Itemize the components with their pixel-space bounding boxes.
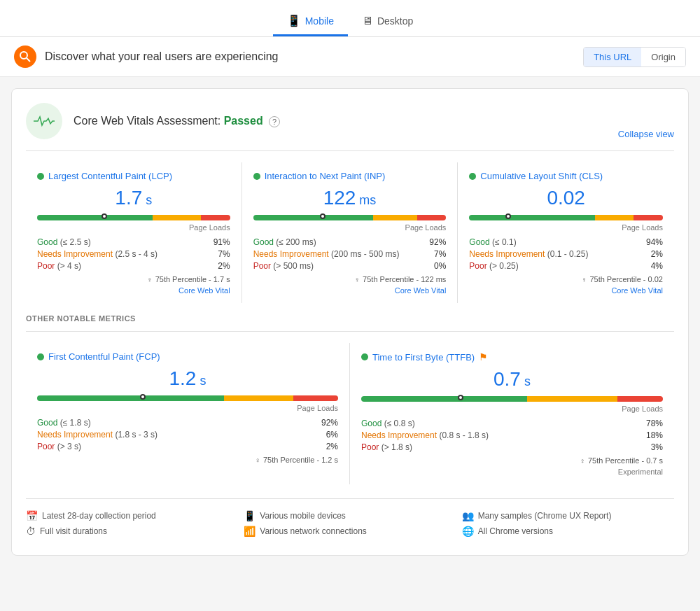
footer-icon-0-0: 📅 bbox=[26, 510, 38, 521]
notable-section-label: OTHER NOTABLE METRICS bbox=[26, 314, 674, 323]
footer-col-1: 📱 Various mobile devices 📶 Various netwo… bbox=[244, 510, 456, 541]
row-label: Poor bbox=[37, 261, 55, 271]
metric-card-cls: Cumulative Layout Shift (CLS) 0.02 Page … bbox=[458, 162, 674, 303]
metric-row: Poor (> 4 s) 2% bbox=[37, 261, 230, 271]
percentile-value-ttfb: 75th Percentile - 0.7 s bbox=[588, 456, 663, 465]
percentile-row-lcp: ♀ 75th Percentile - 1.7 s bbox=[37, 275, 230, 283]
page-loads-label-lcp: Page Loads bbox=[37, 223, 230, 232]
bar-track bbox=[469, 215, 663, 220]
page-loads-label-ttfb: Page Loads bbox=[361, 405, 663, 413]
metric-card-inp: Interaction to Next Paint (INP) 122 ms P… bbox=[242, 162, 458, 303]
metric-num-lcp: 1.7 bbox=[115, 187, 142, 209]
core-vitals-grid: Largest Contentful Paint (LCP) 1.7 s Pag… bbox=[26, 150, 674, 303]
row-range: (≤ 1.8 s) bbox=[60, 418, 91, 428]
bar-good bbox=[253, 215, 373, 220]
metric-unit-ttfb: s bbox=[521, 374, 531, 388]
bar-needs bbox=[153, 215, 201, 220]
tab-desktop-label: Desktop bbox=[377, 15, 413, 27]
row-range: (0.8 s - 1.8 s) bbox=[439, 430, 489, 440]
bar-marker bbox=[140, 394, 146, 400]
row-label: Good bbox=[361, 419, 382, 428]
bar-poor bbox=[634, 215, 663, 220]
bar-needs bbox=[373, 215, 417, 220]
metric-unit-fcp: s bbox=[196, 374, 206, 388]
tab-mobile-label: Mobile bbox=[305, 15, 334, 27]
footer-icon-1-1: 📶 bbox=[244, 526, 255, 537]
row-label: Poor bbox=[469, 261, 486, 271]
metric-card-ttfb: Time to First Byte (TTFB) ⚑ 0.7 s Page L… bbox=[350, 343, 674, 484]
footer-row: 📅 Latest 28-day collection period ⏱ Full… bbox=[26, 498, 674, 541]
row-label: Good bbox=[37, 237, 57, 247]
bar-good bbox=[37, 395, 224, 401]
percentile-icon-fcp: ♀ bbox=[255, 456, 260, 464]
metric-row: Good (≤ 0.8 s) 78% bbox=[361, 419, 663, 428]
metric-row: Poor (> 500 ms) 0% bbox=[253, 261, 447, 271]
bar-poor bbox=[617, 396, 663, 402]
metric-title-inp[interactable]: Interaction to Next Paint (INP) bbox=[253, 171, 447, 181]
metric-dot-lcp bbox=[37, 173, 44, 180]
marker-dot bbox=[320, 213, 326, 219]
metric-row: Good (≤ 2.5 s) 91% bbox=[37, 237, 230, 247]
metric-title-cls[interactable]: Cumulative Layout Shift (CLS) bbox=[469, 171, 663, 181]
row-pct: 4% bbox=[651, 261, 663, 271]
marker-dot bbox=[140, 394, 146, 400]
row-label: Needs Improvement bbox=[361, 430, 437, 440]
tab-desktop[interactable]: 🖥 Desktop bbox=[348, 7, 427, 36]
metric-rows-fcp: Good (≤ 1.8 s) 92% Needs Improvement (1.… bbox=[37, 418, 338, 451]
metric-value-ttfb: 0.7 s bbox=[361, 368, 663, 391]
row-label: Needs Improvement bbox=[37, 430, 113, 440]
row-pct: 0% bbox=[434, 261, 446, 271]
metric-row: Needs Improvement (0.8 s - 1.8 s) 18% bbox=[361, 430, 663, 440]
origin-button[interactable]: Origin bbox=[641, 48, 685, 66]
metric-title-fcp[interactable]: First Contentful Paint (FCP) bbox=[37, 351, 338, 362]
marker-dot bbox=[102, 213, 107, 219]
this-url-button[interactable]: This URL bbox=[584, 48, 641, 66]
metric-unit-inp: ms bbox=[356, 193, 376, 207]
core-web-vital-link[interactable]: Core Web Vital bbox=[253, 286, 447, 295]
tab-mobile[interactable]: 📱 Mobile bbox=[273, 7, 348, 36]
row-pct: 18% bbox=[646, 430, 663, 440]
assessment-help-icon[interactable]: ? bbox=[269, 116, 280, 127]
percentile-value-fcp: 75th Percentile - 1.2 s bbox=[263, 456, 338, 464]
metric-title-ttfb[interactable]: Time to First Byte (TTFB) ⚑ bbox=[361, 351, 663, 363]
row-pct: 7% bbox=[434, 249, 446, 259]
metric-dot-cls bbox=[469, 173, 476, 180]
percentile-row-cls: ♀ 75th Percentile - 0.02 bbox=[469, 275, 663, 283]
footer-item-1-1: 📶 Various network connections bbox=[244, 526, 456, 537]
percentile-icon-inp: ♀ bbox=[355, 276, 360, 283]
row-range: (> 4 s) bbox=[57, 261, 81, 271]
main-card: Core Web Vitals Assessment: Passed ? Col… bbox=[11, 88, 689, 556]
row-range: (1.8 s - 3 s) bbox=[115, 430, 158, 440]
metric-title-lcp[interactable]: Largest Contentful Paint (LCP) bbox=[37, 171, 230, 181]
bar-poor bbox=[417, 215, 446, 220]
core-web-vital-link[interactable]: Core Web Vital bbox=[469, 286, 663, 295]
footer-item-2-1: 🌐 All Chrome versions bbox=[462, 526, 674, 537]
metric-label-cls: Cumulative Layout Shift (CLS) bbox=[480, 171, 603, 181]
metric-row: Poor (> 1.8 s) 3% bbox=[361, 442, 663, 452]
metric-row: Poor (> 0.25) 4% bbox=[469, 261, 663, 271]
bar-needs bbox=[527, 396, 617, 402]
bar-container bbox=[37, 395, 338, 401]
metric-row: Needs Improvement (0.1 - 0.25) 2% bbox=[469, 249, 663, 259]
bar-poor bbox=[201, 215, 230, 220]
notable-metrics-grid: First Contentful Paint (FCP) 1.2 s Page … bbox=[26, 331, 674, 484]
header-title: Discover what your real users are experi… bbox=[45, 50, 575, 63]
metric-rows-lcp: Good (≤ 2.5 s) 91% Needs Improvement (2.… bbox=[37, 237, 230, 271]
metric-label-fcp: First Contentful Paint (FCP) bbox=[48, 351, 160, 362]
footer-item-0-0: 📅 Latest 28-day collection period bbox=[26, 510, 238, 521]
bar-container bbox=[469, 215, 663, 220]
metric-value-fcp: 1.2 s bbox=[37, 367, 338, 390]
collapse-link[interactable]: Collapse view bbox=[618, 129, 674, 139]
assessment-text: Core Web Vitals Assessment: Passed ? bbox=[74, 115, 280, 127]
bar-track bbox=[361, 396, 663, 402]
core-web-vital-link[interactable]: Core Web Vital bbox=[37, 286, 230, 295]
percentile-icon-ttfb: ♀ bbox=[580, 457, 585, 465]
row-range: (> 500 ms) bbox=[273, 261, 314, 271]
bar-track bbox=[253, 215, 447, 220]
percentile-value-cls: 75th Percentile - 0.02 bbox=[589, 275, 663, 283]
footer-item-1-0: 📱 Various mobile devices bbox=[244, 510, 456, 521]
tab-group: 📱 Mobile 🖥 Desktop bbox=[273, 7, 428, 36]
metric-label-ttfb: Time to First Byte (TTFB) bbox=[372, 352, 475, 363]
metric-dot-ttfb bbox=[361, 353, 368, 360]
row-range: (≤ 0.8 s) bbox=[384, 419, 415, 428]
